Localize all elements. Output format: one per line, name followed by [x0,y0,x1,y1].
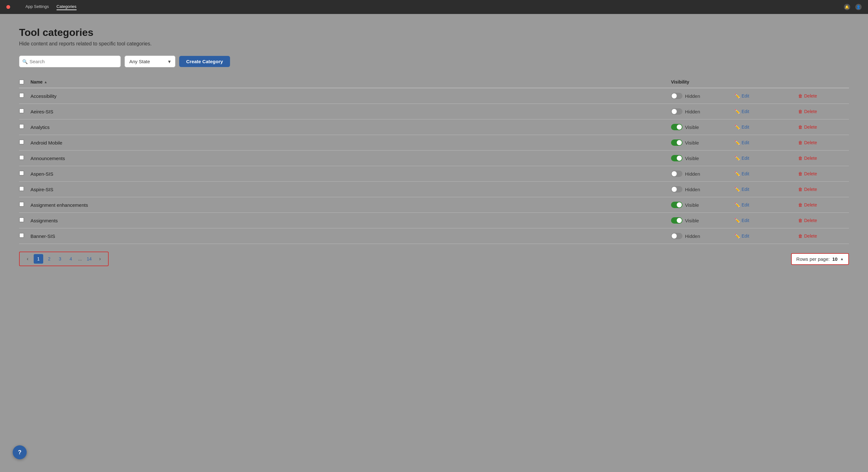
delete-button[interactable]: 🗑 Delete [798,93,817,98]
row-checkbox[interactable] [19,186,24,191]
row-checkbox-cell [19,124,31,130]
row-checkbox-cell [19,202,31,208]
create-category-button[interactable]: Create Category [179,56,230,67]
user-icon[interactable]: 👤 [855,4,862,10]
edit-button[interactable]: ✏️ Edit [735,156,749,161]
select-all-checkbox[interactable] [19,80,24,85]
edit-button[interactable]: ✏️ Edit [735,93,749,98]
row-checkbox-cell [19,170,31,177]
next-page-button[interactable]: › [95,254,105,264]
delete-button[interactable]: 🗑 Delete [798,187,817,192]
delete-button[interactable]: 🗑 Delete [798,125,817,130]
delete-button[interactable]: 🗑 Delete [798,233,817,239]
edit-button[interactable]: ✏️ Edit [735,109,749,114]
delete-button[interactable]: 🗑 Delete [798,156,817,161]
action-cell-edit: ✏️ Edit [735,202,798,208]
table-row: Aeires-SIS Hidden ✏️ Edit 🗑 Delete [19,104,849,119]
table-rows: Accessibility Hidden ✏️ Edit 🗑 Delete [19,88,849,244]
help-button[interactable]: ? [13,445,27,459]
visibility-toggle[interactable] [671,217,682,224]
edit-button[interactable]: ✏️ Edit [735,125,749,130]
edit-button[interactable]: ✏️ Edit [735,171,749,176]
delete-button[interactable]: 🗑 Delete [798,171,817,176]
delete-button[interactable]: 🗑 Delete [798,109,817,114]
visibility-label: Visible [685,218,699,223]
row-checkbox[interactable] [19,93,24,98]
toolbar: 🔍 Any State Visible Hidden ▼ Create Cate… [19,56,849,67]
visibility-toggle[interactable] [671,124,682,130]
row-checkbox-cell [19,93,31,99]
rows-per-page-label: Rows per page: [796,256,830,262]
table-row: Announcements Visible ✏️ Edit 🗑 Delete [19,151,849,166]
prev-page-button[interactable]: ‹ [23,254,32,264]
header-checkbox-cell [19,80,31,85]
footer-area: ‹ 1 2 3 4 ... 14 › Rows per page: 10 ▲ [19,252,849,273]
page-1-button[interactable]: 1 [34,254,43,264]
visibility-toggle[interactable] [671,186,682,192]
window-close-dot[interactable] [6,5,10,9]
row-checkbox[interactable] [19,108,24,114]
table-row: Accessibility Hidden ✏️ Edit 🗑 Delete [19,88,849,104]
row-checkbox[interactable] [19,170,24,176]
search-icon: 🔍 [22,59,28,64]
trash-icon: 🗑 [798,233,803,239]
visibility-cell: Hidden [671,93,735,99]
visibility-cell: Hidden [671,170,735,177]
nav-item-categories[interactable]: Categories [57,4,76,10]
visibility-cell: Visible [671,124,735,130]
header-visibility: Visibility [671,80,735,85]
visibility-toggle[interactable] [671,139,682,146]
row-name: Android Mobile [31,140,671,146]
page-4-button[interactable]: 4 [66,254,75,264]
visibility-toggle[interactable] [671,170,682,177]
nav-item-app-settings[interactable]: App Settings [25,4,49,10]
visibility-toggle[interactable] [671,108,682,115]
edit-button[interactable]: ✏️ Edit [735,140,749,145]
table-row: Analytics Visible ✏️ Edit 🗑 Delete [19,119,849,135]
rows-per-page[interactable]: Rows per page: 10 ▲ [791,253,849,265]
row-checkbox-cell [19,139,31,146]
visibility-toggle[interactable] [671,202,682,208]
action-cell-delete: 🗑 Delete [798,156,849,161]
visibility-label: Hidden [685,233,700,239]
edit-button[interactable]: ✏️ Edit [735,187,749,192]
row-checkbox[interactable] [19,139,24,145]
pagination: ‹ 1 2 3 4 ... 14 › [19,252,108,266]
page-14-button[interactable]: 14 [85,254,94,264]
row-checkbox[interactable] [19,217,24,222]
visibility-toggle[interactable] [671,233,682,239]
edit-icon: ✏️ [735,202,740,208]
edit-icon: ✏️ [735,171,740,176]
top-bar: App Settings Categories 🔔 👤 [0,0,868,14]
delete-button[interactable]: 🗑 Delete [798,218,817,223]
row-checkbox[interactable] [19,233,24,238]
page-3-button[interactable]: 3 [55,254,65,264]
visibility-toggle[interactable] [671,93,682,99]
row-checkbox[interactable] [19,202,24,207]
visibility-toggle[interactable] [671,155,682,161]
action-cell-edit: ✏️ Edit [735,171,798,176]
action-cell-edit: ✏️ Edit [735,125,798,130]
page-2-button[interactable]: 2 [44,254,54,264]
bell-icon[interactable]: 🔔 [844,4,850,10]
row-checkbox-cell [19,108,31,115]
row-checkbox[interactable] [19,155,24,160]
search-input[interactable] [19,56,121,67]
visibility-label: Hidden [685,93,700,99]
delete-button[interactable]: 🗑 Delete [798,140,817,145]
state-select[interactable]: Any State Visible Hidden [125,56,175,67]
header-name[interactable]: Name ▲ [31,80,671,85]
rows-per-page-chevron-icon: ▲ [840,257,844,261]
row-checkbox[interactable] [19,124,24,129]
row-checkbox-cell [19,233,31,239]
action-cell-delete: 🗑 Delete [798,93,849,98]
delete-button[interactable]: 🗑 Delete [798,202,817,208]
edit-button[interactable]: ✏️ Edit [735,202,749,208]
edit-icon: ✏️ [735,109,740,114]
trash-icon: 🗑 [798,156,803,161]
page-subtitle: Hide content and reports related to spec… [19,41,849,47]
search-container: 🔍 [19,56,121,67]
table-header: Name ▲ Visibility [19,76,849,88]
edit-button[interactable]: ✏️ Edit [735,233,749,239]
edit-button[interactable]: ✏️ Edit [735,218,749,223]
